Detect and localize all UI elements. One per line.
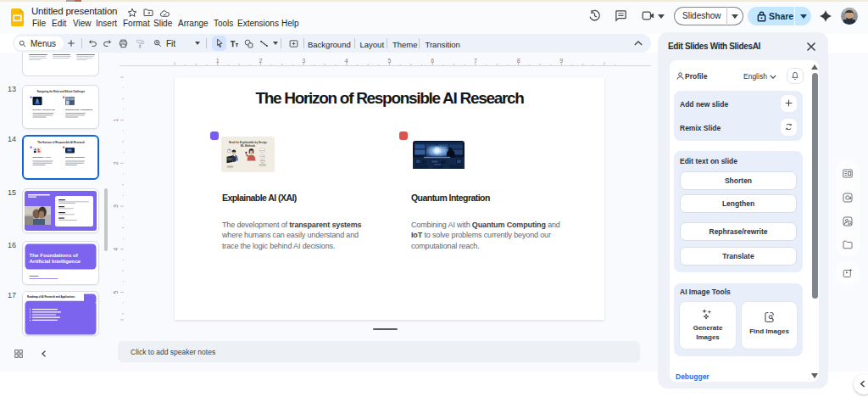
- svg-text:Standards and Accountability: Standards and Accountability: [65, 109, 93, 110]
- svg-text:Artificial Intelligence: Artificial Intelligence: [30, 258, 81, 264]
- svg-text:How?: How?: [261, 156, 264, 157]
- svg-text:6: 6: [431, 58, 434, 64]
- svg-text:7: 7: [474, 58, 477, 64]
- svg-text:Everyone Agrees to Use: Everyone Agrees to Use: [33, 109, 56, 110]
- svg-text:2: 2: [259, 58, 262, 64]
- svg-text:ML Methods: ML Methods: [241, 144, 256, 148]
- svg-text:Rules: Rules: [261, 160, 264, 161]
- svg-text:9: 9: [559, 58, 563, 64]
- svg-text:5: 5: [388, 58, 392, 64]
- svg-text:1: 1: [216, 58, 220, 64]
- svg-text:Roadmap of AI Research and App: Roadmap of AI Research and Applications: [27, 295, 75, 299]
- svg-text:Quantum Integration: Quantum Integration: [65, 156, 85, 158]
- svg-text:Explainable: Explainable: [259, 165, 265, 165]
- svg-text:Navigating the Risks and Ethic: Navigating the Risks and Ethical Challen…: [37, 90, 86, 93]
- svg-text:1: 1: [113, 119, 119, 122]
- svg-text:THE ML: THE ML: [227, 158, 232, 159]
- svg-text:The Horizon of Responsible AI: The Horizon of Responsible AI Research: [37, 141, 85, 144]
- svg-text:4: 4: [345, 58, 348, 64]
- svg-text:The Foundations of: The Foundations of: [30, 252, 79, 258]
- svg-text:5: 5: [113, 290, 119, 294]
- svg-text:Explainable AI (XAI): Explainable AI (XAI): [33, 156, 52, 158]
- svg-text:Predictor: Predictor: [227, 165, 233, 167]
- svg-text:MODEL: MODEL: [227, 159, 232, 160]
- svg-text:Why?: Why?: [260, 149, 264, 151]
- svg-text:4: 4: [113, 248, 119, 251]
- svg-text:3: 3: [302, 58, 305, 64]
- svg-text:?: ?: [229, 149, 231, 153]
- svg-text:2: 2: [113, 161, 119, 165]
- svg-text:8: 8: [517, 58, 520, 64]
- svg-text:3: 3: [113, 204, 119, 208]
